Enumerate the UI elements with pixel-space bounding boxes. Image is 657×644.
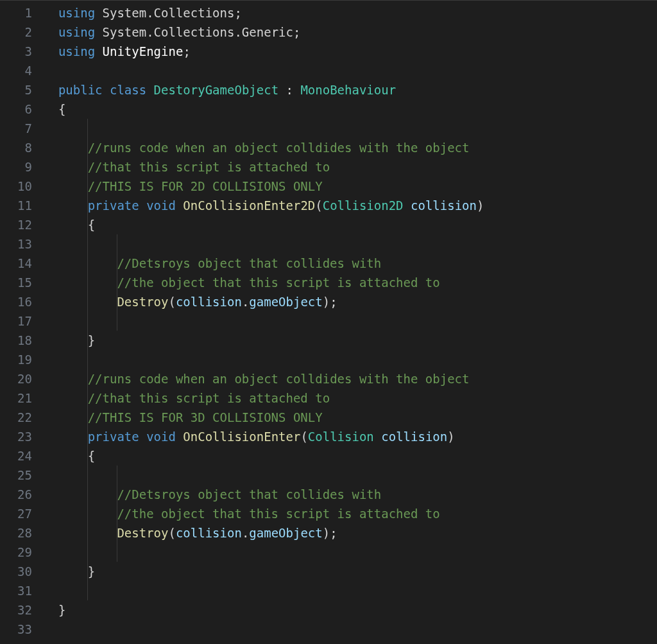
code-line[interactable]: 3 using UnityEngine; bbox=[0, 42, 657, 61]
code-line[interactable]: 30 } bbox=[0, 562, 657, 581]
line-number: 6 bbox=[0, 100, 44, 119]
code-content[interactable] bbox=[44, 620, 58, 639]
token bbox=[374, 430, 381, 444]
token: collision bbox=[176, 526, 242, 540]
line-number: 32 bbox=[0, 600, 44, 620]
token: } bbox=[58, 603, 65, 617]
token: //Detsroys object that collides with bbox=[117, 487, 381, 501]
code-line[interactable]: 16 Destroy(collision.gameObject); bbox=[0, 292, 657, 311]
code-content[interactable] bbox=[44, 581, 88, 600]
code-content[interactable]: //runs code when an object colldides wit… bbox=[44, 138, 469, 157]
code-content[interactable] bbox=[44, 61, 58, 80]
indent-guide bbox=[87, 292, 88, 311]
code-content[interactable]: //THIS IS FOR 2D COLLISIONS ONLY bbox=[44, 177, 323, 196]
code-content[interactable]: //runs code when an object colldides wit… bbox=[44, 369, 469, 388]
code-line[interactable]: 17 bbox=[0, 311, 657, 331]
token: gameObject bbox=[249, 526, 322, 540]
code-content[interactable]: //THIS IS FOR 3D COLLISIONS ONLY bbox=[44, 408, 323, 427]
line-number: 33 bbox=[0, 620, 44, 639]
code-content[interactable]: { bbox=[44, 446, 95, 466]
token: MonoBehaviour bbox=[300, 83, 396, 97]
code-line[interactable]: 4 bbox=[0, 61, 657, 80]
code-line[interactable]: 11 private void OnCollisionEnter2D(Colli… bbox=[0, 196, 657, 215]
code-line[interactable]: 32 } bbox=[0, 600, 657, 620]
code-content[interactable]: //the object that this script is attache… bbox=[44, 504, 440, 523]
code-line[interactable]: 15 //the object that this script is atta… bbox=[0, 273, 657, 292]
code-content[interactable]: //the object that this script is attache… bbox=[44, 273, 440, 292]
code-line[interactable]: 22 //THIS IS FOR 3D COLLISIONS ONLY bbox=[0, 408, 657, 427]
code-content[interactable] bbox=[44, 119, 88, 138]
code-content[interactable]: } bbox=[44, 600, 65, 620]
code-content[interactable]: Destroy(collision.gameObject); bbox=[44, 292, 337, 311]
indent-guide bbox=[87, 369, 88, 388]
code-line[interactable]: 19 bbox=[0, 350, 657, 369]
code-line[interactable]: 10 //THIS IS FOR 2D COLLISIONS ONLY bbox=[0, 177, 657, 196]
indent-guide bbox=[117, 523, 117, 543]
token: Destroy bbox=[117, 526, 168, 540]
code-content[interactable]: //Detsroys object that collides with bbox=[44, 254, 381, 273]
code-line[interactable]: 25 bbox=[0, 466, 657, 485]
line-number: 21 bbox=[0, 388, 44, 408]
code-editor[interactable]: 1 using System.Collections;2 using Syste… bbox=[0, 0, 657, 639]
token: System.Collections.Generic bbox=[103, 25, 293, 39]
code-line[interactable]: 24 { bbox=[0, 446, 657, 466]
token: UnityEngine bbox=[103, 44, 183, 58]
code-content[interactable]: { bbox=[44, 215, 95, 234]
code-content[interactable] bbox=[44, 466, 117, 485]
indent-guide bbox=[87, 485, 88, 504]
token: { bbox=[88, 449, 95, 463]
code-line[interactable]: 21 //that this script is attached to bbox=[0, 388, 657, 408]
code-line[interactable]: 28 Destroy(collision.gameObject); bbox=[0, 523, 657, 543]
code-line[interactable]: 9 //that this script is attached to bbox=[0, 157, 657, 177]
code-content[interactable]: using System.Collections.Generic; bbox=[44, 22, 300, 42]
code-line[interactable]: 6 { bbox=[0, 100, 657, 119]
line-number: 12 bbox=[0, 215, 44, 234]
code-content[interactable] bbox=[44, 234, 117, 254]
token: //the object that this script is attache… bbox=[117, 275, 439, 290]
code-content[interactable]: //that this script is attached to bbox=[44, 388, 330, 408]
token: //THIS IS FOR 3D COLLISIONS ONLY bbox=[88, 410, 323, 424]
code-line[interactable]: 8 //runs code when an object colldides w… bbox=[0, 138, 657, 157]
token: . bbox=[242, 295, 249, 309]
token: { bbox=[88, 218, 95, 232]
code-line[interactable]: 27✎ //the object that this script is att… bbox=[0, 504, 657, 523]
code-content[interactable]: using UnityEngine; bbox=[44, 42, 191, 61]
code-content[interactable]: using System.Collections; bbox=[44, 3, 242, 22]
code-line[interactable]: 1 using System.Collections; bbox=[0, 3, 657, 22]
line-number: 5 bbox=[0, 80, 44, 100]
code-line[interactable]: 18 } bbox=[0, 331, 657, 350]
line-number: 7 bbox=[0, 119, 44, 138]
code-line[interactable]: 31 bbox=[0, 581, 657, 600]
code-line[interactable]: 13 bbox=[0, 234, 657, 254]
token: OnCollisionEnter2D bbox=[183, 198, 315, 213]
code-content[interactable] bbox=[44, 311, 117, 331]
code-line[interactable]: 14 //Detsroys object that collides with bbox=[0, 254, 657, 273]
token: //that this script is attached to bbox=[88, 160, 330, 174]
code-content[interactable]: //that this script is attached to bbox=[44, 157, 330, 177]
code-line[interactable]: 26 //Detsroys object that collides with bbox=[0, 485, 657, 504]
code-line[interactable]: 5 public class DestoryGameObject : MonoB… bbox=[0, 80, 657, 100]
code-content[interactable] bbox=[44, 543, 117, 562]
code-content[interactable]: public class DestoryGameObject : MonoBeh… bbox=[44, 80, 396, 100]
code-content[interactable] bbox=[44, 350, 88, 369]
code-content[interactable]: private void OnCollisionEnter(Collision … bbox=[44, 427, 455, 446]
code-content[interactable]: private void OnCollisionEnter2D(Collisio… bbox=[44, 196, 484, 215]
token: gameObject bbox=[249, 295, 322, 309]
code-content[interactable]: } bbox=[44, 331, 95, 350]
code-line[interactable]: 2 using System.Collections.Generic; bbox=[0, 22, 657, 42]
code-line[interactable]: 20 //runs code when an object colldides … bbox=[0, 369, 657, 388]
line-number: 17 bbox=[0, 311, 44, 331]
code-line[interactable]: 33 bbox=[0, 620, 657, 639]
code-content[interactable]: Destroy(collision.gameObject); bbox=[44, 523, 337, 543]
code-content[interactable]: { bbox=[44, 100, 65, 119]
token: { bbox=[58, 102, 65, 116]
code-line[interactable]: 29 bbox=[0, 543, 657, 562]
code-line[interactable]: 7 bbox=[0, 119, 657, 138]
code-content[interactable]: } bbox=[44, 562, 95, 581]
indent-guide bbox=[87, 427, 88, 446]
line-number: 10 bbox=[0, 177, 44, 196]
indent-guide bbox=[87, 177, 88, 196]
code-content[interactable]: //Detsroys object that collides with bbox=[44, 485, 381, 504]
code-line[interactable]: 12 { bbox=[0, 215, 657, 234]
code-line[interactable]: 23 private void OnCollisionEnter(Collisi… bbox=[0, 427, 657, 446]
